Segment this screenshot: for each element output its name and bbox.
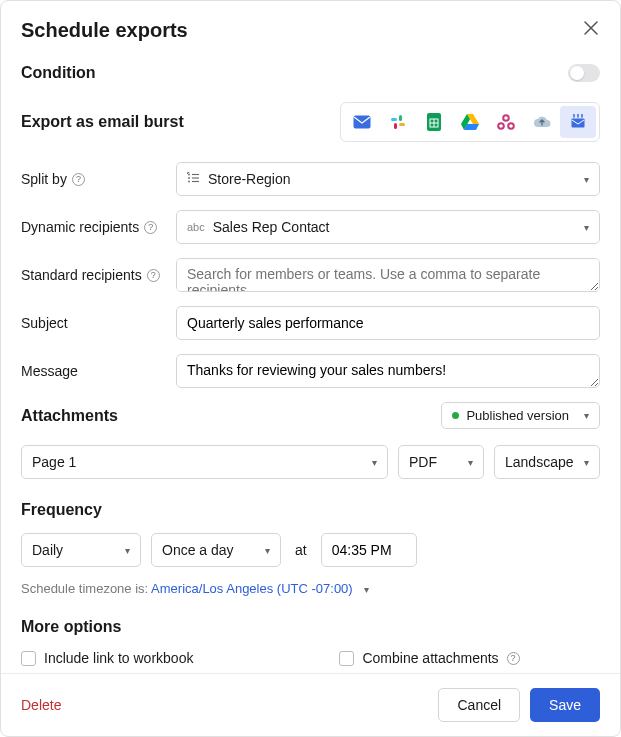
std-recipients-input[interactable]: [176, 258, 600, 292]
attach-page-select[interactable]: Page 1 ▾: [21, 445, 388, 479]
svg-point-9: [503, 115, 509, 121]
list-icon: [187, 172, 200, 187]
subject-input[interactable]: [176, 306, 600, 340]
more-options-label: More options: [21, 618, 600, 636]
svg-point-13: [188, 173, 190, 175]
split-by-select[interactable]: Store-Region ▾: [176, 162, 600, 196]
email-burst-icon[interactable]: [560, 106, 596, 138]
chevron-down-icon: ▾: [584, 174, 589, 185]
timezone-line: Schedule timezone is: America/Los Angele…: [21, 581, 600, 596]
split-by-label: Split by ?: [21, 171, 166, 187]
attach-row: Page 1 ▾ PDF ▾ Landscape ▾: [21, 445, 600, 479]
close-icon[interactable]: [582, 19, 600, 40]
condition-label: Condition: [21, 64, 96, 82]
frequency-row: Daily ▾ Once a day ▾ at: [21, 533, 600, 567]
more-options: Include link to workbook Combine attachm…: [21, 650, 600, 673]
message-input[interactable]: Thanks for reviewing your sales numbers!: [176, 354, 600, 388]
text-type-icon: abc: [187, 221, 205, 233]
help-icon[interactable]: ?: [72, 173, 85, 186]
std-recipients-row: Standard recipients ?: [21, 258, 600, 292]
svg-rect-3: [394, 123, 397, 129]
drive-icon[interactable]: [452, 106, 488, 138]
modal-header: Schedule exports: [21, 19, 600, 42]
footer-actions: Cancel Save: [438, 688, 600, 722]
svg-point-17: [188, 180, 190, 182]
attachments-header: Attachments Published version ▾: [21, 402, 600, 429]
subject-row: Subject: [21, 306, 600, 340]
modal-body: Schedule exports Condition Export as ema…: [1, 1, 620, 673]
toggle-knob: [570, 66, 584, 80]
attach-orientation-select[interactable]: Landscape ▾: [494, 445, 600, 479]
version-badge[interactable]: Published version ▾: [441, 402, 600, 429]
dyn-recipients-row: Dynamic recipients ? abc Sales Rep Conta…: [21, 210, 600, 244]
chevron-down-icon: ▾: [265, 545, 270, 556]
condition-toggle[interactable]: [568, 64, 600, 82]
interval-select[interactable]: Once a day ▾: [151, 533, 281, 567]
condition-row: Condition: [21, 64, 600, 82]
save-button[interactable]: Save: [530, 688, 600, 722]
chevron-down-icon: ▾: [468, 457, 473, 468]
webhook-icon[interactable]: [488, 106, 524, 138]
cadence-select[interactable]: Daily ▾: [21, 533, 141, 567]
cloud-icon[interactable]: [524, 106, 560, 138]
schedule-exports-modal: Schedule exports Condition Export as ema…: [0, 0, 621, 737]
chevron-down-icon: ▾: [372, 457, 377, 468]
svg-point-11: [508, 123, 514, 129]
sheets-icon[interactable]: [416, 106, 452, 138]
subject-label: Subject: [21, 315, 166, 331]
export-row: Export as email burst: [21, 102, 600, 142]
opt-combine[interactable]: Combine attachments ?: [339, 650, 600, 666]
slack-icon[interactable]: [380, 106, 416, 138]
split-by-row: Split by ? Store-Region ▾: [21, 162, 600, 196]
std-recipients-label: Standard recipients ?: [21, 267, 166, 283]
timezone-link[interactable]: America/Los Angeles (UTC -07:00) ▾: [151, 581, 369, 596]
svg-rect-0: [354, 116, 371, 129]
delete-button[interactable]: Delete: [21, 697, 61, 713]
frequency-label: Frequency: [21, 501, 600, 519]
time-input[interactable]: [321, 533, 417, 567]
chevron-down-icon: ▾: [584, 222, 589, 233]
svg-rect-1: [399, 115, 402, 121]
export-label: Export as email burst: [21, 113, 184, 131]
chevron-down-icon: ▾: [125, 545, 130, 556]
svg-rect-4: [399, 123, 405, 126]
help-icon[interactable]: ?: [147, 269, 160, 282]
checkbox-icon: [21, 651, 36, 666]
at-label: at: [295, 542, 307, 558]
attach-format-select[interactable]: PDF ▾: [398, 445, 484, 479]
svg-point-10: [498, 123, 504, 129]
modal-footer: Delete Cancel Save: [1, 673, 620, 736]
svg-rect-2: [391, 118, 397, 121]
svg-rect-12: [572, 119, 585, 128]
attachments-label: Attachments: [21, 407, 118, 425]
svg-point-15: [188, 177, 190, 179]
chevron-down-icon: ▾: [364, 584, 369, 595]
help-icon[interactable]: ?: [507, 652, 520, 665]
dyn-recipients-label: Dynamic recipients ?: [21, 219, 166, 235]
checkbox-icon: [339, 651, 354, 666]
chevron-down-icon: ▾: [584, 410, 589, 421]
email-icon[interactable]: [344, 106, 380, 138]
chevron-down-icon: ▾: [584, 457, 589, 468]
message-label: Message: [21, 363, 166, 379]
channel-selector: [340, 102, 600, 142]
message-row: Message Thanks for reviewing your sales …: [21, 354, 600, 388]
cancel-button[interactable]: Cancel: [438, 688, 520, 722]
dyn-recipients-select[interactable]: abc Sales Rep Contact ▾: [176, 210, 600, 244]
modal-title: Schedule exports: [21, 19, 188, 42]
status-dot-icon: [452, 412, 459, 419]
opt-include-link[interactable]: Include link to workbook: [21, 650, 339, 666]
help-icon[interactable]: ?: [144, 221, 157, 234]
